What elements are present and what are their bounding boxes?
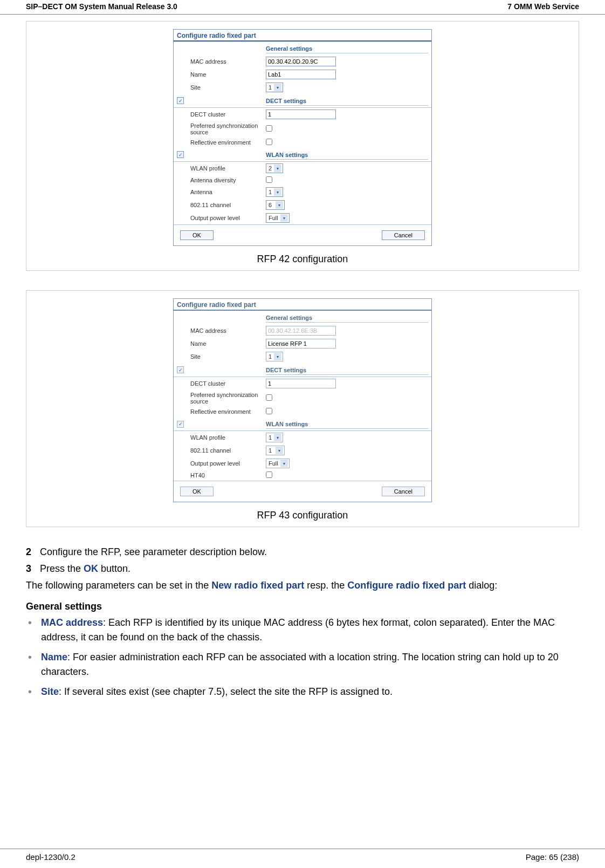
mac-input[interactable] [266, 57, 336, 66]
header-right: 7 OMM Web Service [507, 2, 579, 11]
bullet-name: Name: For easier administration each RFP… [26, 650, 579, 679]
section-general: General settings [266, 43, 428, 53]
cluster-label: DECT cluster [187, 108, 263, 121]
chevron-down-icon: ▾ [276, 447, 283, 454]
reflective-label: Reflective environment [187, 406, 263, 417]
dialog-ref-new: New radio fixed part [211, 580, 304, 591]
chevron-down-icon: ▾ [274, 165, 281, 172]
pref-sync-checkbox[interactable] [266, 394, 272, 401]
footer-right: Page: 65 (238) [526, 852, 579, 862]
power-label: Output power level [187, 211, 263, 224]
section-wlan: WLAN settings [266, 149, 428, 160]
wlan-profile-label: WLAN profile [187, 162, 263, 175]
ant-div-checkbox[interactable] [266, 176, 272, 183]
section-dect: DECT settings [266, 95, 428, 106]
name-input[interactable] [266, 70, 336, 79]
channel-select[interactable]: 6 ▾ [266, 200, 285, 210]
dialog-rfp42: Configure radio fixed part General setti… [173, 29, 432, 246]
name-label: Name [187, 337, 263, 350]
page-footer: depl-1230/0.2 Page: 65 (238) [0, 849, 605, 862]
chevron-down-icon: ▾ [280, 214, 288, 222]
power-select[interactable]: Full▾ [266, 459, 290, 468]
ok-button[interactable]: OK [180, 487, 214, 496]
dialog-title: Configure radio fixed part [174, 30, 431, 42]
cancel-button[interactable]: Cancel [382, 487, 425, 496]
cluster-label: DECT cluster [187, 377, 263, 391]
chevron-down-icon: ▾ [274, 84, 281, 91]
step-text: Configure the RFP, see parameter descrip… [40, 546, 267, 558]
section-wlan: WLAN settings [266, 419, 428, 429]
bullet-mac: MAC address: Each RFP is identified by i… [26, 616, 579, 645]
name-input[interactable] [266, 339, 336, 348]
ok-ref: OK [84, 563, 98, 574]
general-settings-head: General settings [26, 601, 579, 612]
channel-label: 802.11 channel [187, 199, 263, 211]
step-number: 2 [26, 546, 40, 558]
site-select[interactable]: 1▾ [266, 83, 283, 92]
chevron-down-icon: ▾ [274, 353, 281, 360]
page-header: SIP–DECT OM System Manual Release 3.0 7 … [0, 0, 605, 15]
power-label: Output power level [187, 457, 263, 470]
wlan-section-toggle[interactable]: ✓ [177, 151, 184, 158]
mac-input[interactable] [266, 326, 336, 336]
cancel-button[interactable]: Cancel [382, 230, 425, 240]
figure-rfp43: Configure radio fixed part General setti… [26, 290, 579, 527]
pref-sync-label: Preferred synchronization source [187, 390, 263, 406]
step-number: 3 [26, 563, 40, 575]
chevron-down-icon: ▾ [276, 201, 283, 209]
figure-caption: RFP 42 configuration [26, 254, 579, 265]
dialog-title: Configure radio fixed part [174, 299, 431, 311]
cluster-input[interactable] [266, 110, 336, 119]
step-2: 2 Configure the RFP, see parameter descr… [26, 546, 579, 558]
cluster-input[interactable] [266, 379, 336, 388]
intro-para: The following parameters can be set in t… [26, 580, 579, 591]
site-select[interactable]: 1▾ [266, 352, 283, 361]
chevron-down-icon: ▾ [274, 434, 281, 441]
channel-select[interactable]: 1 ▾ [266, 446, 285, 455]
wlan-profile-select[interactable]: 1▾ [266, 433, 283, 442]
mac-label: MAC address [187, 324, 263, 337]
reflective-checkbox[interactable] [266, 139, 272, 145]
dialog-rfp43: Configure radio fixed part General setti… [173, 298, 432, 502]
figure-caption: RFP 43 configuration [26, 510, 579, 521]
antenna-label: Antenna [187, 186, 263, 199]
step-text: Press the OK button. [40, 563, 130, 575]
chevron-down-icon: ▾ [274, 188, 281, 196]
section-general: General settings [266, 312, 428, 323]
dialog-ref-configure: Configure radio fixed part [347, 580, 466, 591]
site-label: Site [187, 81, 263, 94]
pref-sync-checkbox[interactable] [266, 125, 272, 132]
section-dect: DECT settings [266, 365, 428, 375]
ht40-checkbox[interactable] [266, 471, 272, 478]
header-left: SIP–DECT OM System Manual Release 3.0 [26, 2, 177, 11]
reflective-label: Reflective environment [187, 137, 263, 148]
ht40-label: HT40 [187, 470, 263, 481]
wlan-profile-label: WLAN profile [187, 431, 263, 445]
dect-section-toggle[interactable]: ✓ [177, 97, 184, 104]
footer-left: depl-1230/0.2 [26, 852, 75, 862]
dect-section-toggle[interactable]: ✓ [177, 366, 184, 373]
step-3: 3 Press the OK button. [26, 563, 579, 575]
name-label: Name [187, 68, 263, 81]
ok-button[interactable]: OK [180, 230, 214, 240]
channel-label: 802.11 channel [187, 444, 263, 457]
bullet-site: Site: If several sites exist (see chapte… [26, 685, 579, 699]
site-label: Site [187, 350, 263, 363]
reflective-checkbox[interactable] [266, 408, 272, 414]
pref-sync-label: Preferred synchronization source [187, 121, 263, 137]
figure-rfp42: Configure radio fixed part General setti… [26, 21, 579, 271]
antenna-select[interactable]: 1▾ [266, 187, 283, 197]
wlan-profile-select[interactable]: 2▾ [266, 163, 283, 173]
wlan-section-toggle[interactable]: ✓ [177, 421, 184, 428]
ant-div-label: Antenna diversity [187, 175, 263, 186]
mac-label: MAC address [187, 55, 263, 68]
power-select[interactable]: Full▾ [266, 213, 290, 223]
chevron-down-icon: ▾ [280, 460, 288, 467]
